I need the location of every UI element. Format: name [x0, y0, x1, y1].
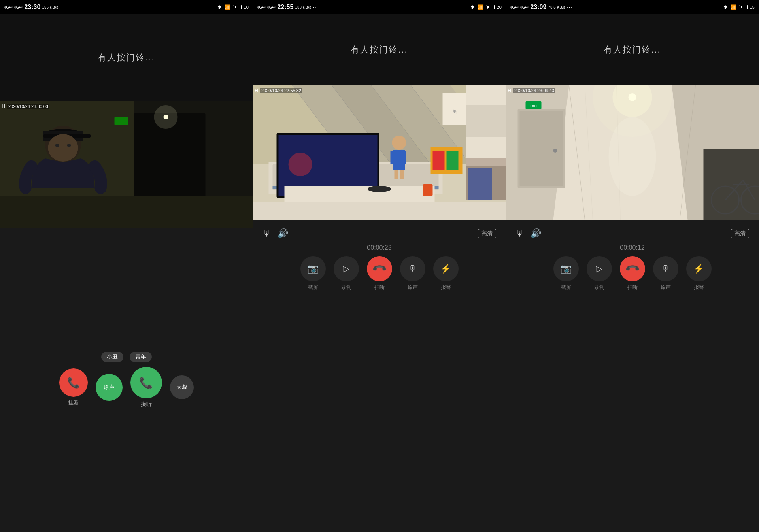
mic-speaker-left-2: 🎙 🔊 — [262, 228, 288, 239]
battery-1 — [233, 5, 242, 9]
camera-feed-1: H 2020/10/26 23:30:03 — [0, 101, 253, 228]
speaker-icon-2[interactable]: 🔊 — [278, 228, 288, 239]
svg-point-11 — [48, 134, 78, 162]
hd-badge-2[interactable]: 高清 — [478, 229, 496, 238]
notification-2: 有人按门铃... — [253, 14, 506, 85]
accept-button[interactable]: 📞 — [130, 367, 162, 398]
accept-icon: 📞 — [139, 376, 153, 389]
svg-point-12 — [55, 144, 59, 147]
svg-point-63 — [553, 149, 557, 153]
panel-1: 4G⁴ᴳ 4G⁴ᴳ 23:30 155 KB/s ✱ 📶 10 有人按门铃...… — [0, 0, 253, 532]
alarm-circle-2[interactable]: ⚡ — [433, 256, 459, 281]
svg-point-45 — [368, 186, 391, 192]
alarm-circle-3[interactable]: ⚡ — [686, 256, 712, 281]
bluetooth-icon-2: ✱ — [470, 4, 475, 10]
battery-fill-2 — [487, 6, 488, 9]
bluetooth-icon-1: ✱ — [217, 4, 222, 10]
voice-badge-qingnian[interactable]: 青年 — [130, 352, 152, 362]
voice-circle-3[interactable]: 🎙 — [653, 256, 678, 281]
voice-original-label: 原声 — [104, 384, 115, 391]
camera-scene-2: 美 — [253, 85, 506, 220]
record-circle-2[interactable]: ▷ — [334, 256, 359, 281]
camera-timestamp-3: 2020/10/26 23:09:43 — [513, 88, 555, 93]
uncle-button[interactable]: 大叔 — [170, 375, 194, 399]
hangup-circle-2[interactable]: 📞 — [367, 256, 392, 281]
status-bar-3: 4G⁴ᴳ 4G⁴ᴳ 23:09 78.6 KB/s ··· ✱ 📶 15 — [506, 0, 759, 14]
camera-scene-1 — [0, 101, 253, 228]
controls-1: 小丑 青年 📞 挂断 原声 — [0, 228, 253, 532]
dots-menu-3[interactable]: ··· — [567, 4, 572, 11]
speaker-icon-3[interactable]: 🔊 — [531, 228, 541, 239]
voice-badge-xiaochu[interactable]: 小丑 — [101, 352, 123, 362]
in-call-controls-3: 🎙 🔊 高清 00:00:12 📷 截屏 ▷ 录制 — [506, 224, 759, 528]
voice-icon-2: 🎙 — [408, 264, 417, 274]
voice-circle-2[interactable]: 🎙 — [400, 256, 425, 281]
call-timer-3: 00:00:12 — [620, 244, 644, 251]
svg-text:美: 美 — [453, 109, 457, 114]
svg-rect-50 — [253, 202, 506, 220]
uncle-label: 大叔 — [176, 384, 187, 391]
status-right-1: ✱ 📶 10 — [217, 4, 249, 10]
accept-btn-wrapper: 📞 接听 — [130, 367, 162, 408]
time-3: 23:09 — [530, 4, 546, 11]
wifi-icon-2: 📶 — [477, 4, 483, 10]
battery-2 — [486, 5, 495, 9]
wifi-icon-1: 📶 — [224, 4, 230, 10]
voice-original-button[interactable]: 原声 — [96, 374, 123, 401]
hangup-btn-2: 📞 挂断 — [367, 256, 392, 291]
voice-icon-3: 🎙 — [661, 264, 670, 274]
mic-speaker-row-2: 🎙 🔊 高清 — [256, 226, 502, 241]
speed-3: 78.6 KB/s — [548, 5, 565, 9]
svg-rect-6 — [0, 196, 253, 228]
svg-point-5 — [154, 105, 178, 129]
panel-3: 4G⁴ᴳ 4G⁴ᴳ 23:09 78.6 KB/s ··· ✱ 📶 15 有人按… — [506, 0, 759, 532]
controls-2: 🎙 🔊 高清 00:00:23 📷 截屏 ▷ 录制 — [253, 220, 506, 532]
notification-3: 有人按门铃... — [506, 14, 759, 85]
battery-num-3: 15 — [750, 5, 755, 9]
svg-rect-43 — [447, 151, 459, 170]
mic-icon-3[interactable]: 🎙 — [515, 228, 524, 239]
record-label-2: 录制 — [341, 284, 351, 291]
camera-timestamp-2: 2020/10/26 22:55:32 — [260, 88, 302, 93]
screenshot-circle-3[interactable]: 📷 — [553, 256, 579, 281]
screenshot-circle-2[interactable]: 📷 — [300, 256, 326, 281]
screenshot-btn-2: 📷 截屏 — [300, 256, 326, 291]
record-icon-2: ▷ — [343, 264, 349, 274]
svg-rect-44 — [285, 186, 435, 202]
time-1: 23:30 — [24, 4, 40, 11]
screenshot-btn-3: 📷 截屏 — [553, 256, 579, 291]
decline-label: 挂断 — [68, 399, 79, 406]
camera-scene-3: EXIT — [506, 85, 759, 220]
battery-num-1: 10 — [244, 5, 249, 9]
svg-rect-37 — [391, 151, 395, 164]
wifi-icon-3: 📶 — [730, 4, 736, 10]
incoming-call-controls: 小丑 青年 📞 挂断 原声 — [0, 232, 253, 528]
mic-icon-2[interactable]: 🎙 — [262, 228, 271, 239]
decline-btn-wrapper: 📞 挂断 — [59, 368, 88, 406]
time-2: 22:55 — [277, 4, 293, 11]
svg-point-13 — [67, 144, 71, 147]
svg-point-35 — [392, 136, 406, 150]
decline-icon: 📞 — [67, 377, 80, 389]
dots-menu-2[interactable]: ··· — [313, 4, 318, 11]
speed-2: 188 KB/s — [295, 5, 311, 9]
uncle-badge-wrapper: 大叔 — [170, 375, 194, 399]
status-right-3: ✱ 📶 15 — [723, 4, 755, 10]
battery-tip-3 — [741, 6, 742, 8]
svg-point-34 — [289, 153, 312, 176]
voice-btn-3: 🎙 原声 — [653, 256, 678, 291]
battery-3 — [739, 5, 748, 9]
hangup-circle-3[interactable]: 📞 — [620, 256, 645, 281]
hangup-label-2: 挂断 — [374, 284, 385, 291]
hangup-btn-3: 📞 挂断 — [620, 256, 645, 291]
record-circle-3[interactable]: ▷ — [587, 256, 612, 281]
notification-text-2: 有人按门铃... — [351, 44, 408, 56]
battery-tip-2 — [488, 6, 489, 8]
status-right-2: ✱ 📶 20 — [470, 4, 502, 10]
camera-logo-3: H — [508, 88, 511, 93]
hd-badge-3[interactable]: 高清 — [731, 229, 749, 238]
decline-button[interactable]: 📞 — [59, 368, 88, 397]
svg-rect-49 — [468, 168, 492, 200]
svg-rect-66 — [704, 149, 759, 220]
svg-rect-14 — [115, 117, 128, 125]
